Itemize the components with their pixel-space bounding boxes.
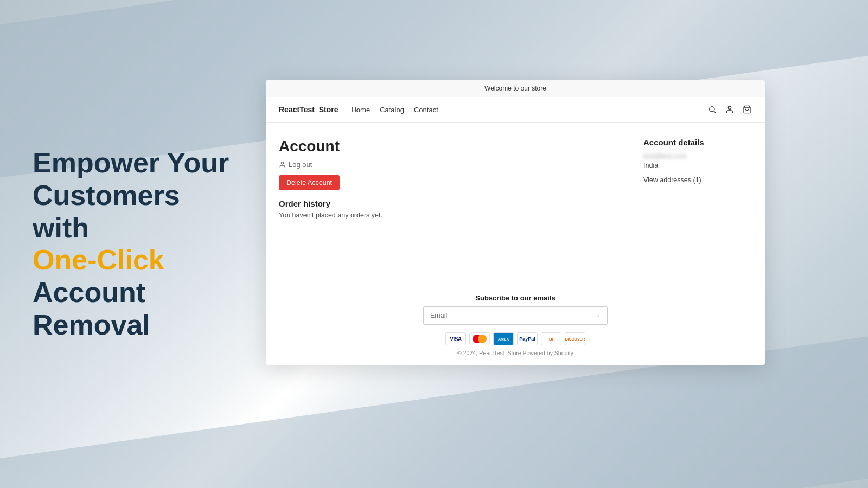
store-window: Welcome to our store ReactTest_Store Hom… (266, 80, 765, 365)
svg-line-1 (714, 111, 716, 113)
paypal-icon: PayPal (517, 332, 538, 345)
account-title: Account (279, 138, 633, 155)
store-logo: ReactTest_Store (279, 105, 338, 114)
headline-line4: Removal (33, 309, 150, 341)
nav-contact[interactable]: Contact (414, 106, 438, 114)
store-footer: Subscribe to our emails → VISA AMEX PayP… (266, 285, 765, 365)
store-nav: ReactTest_Store Home Catalog Contact (266, 97, 765, 123)
svg-point-4 (281, 162, 283, 164)
order-history-title: Order history (279, 199, 633, 208)
search-icon[interactable] (707, 105, 717, 114)
account-icon[interactable] (725, 105, 735, 114)
no-orders-text: You haven't placed any orders yet. (279, 211, 633, 219)
view-addresses-link[interactable]: View addresses (1) (643, 176, 701, 184)
headline-highlight: One-Click (33, 244, 164, 275)
email-input[interactable] (424, 307, 586, 324)
headline-line1: Empower Your (33, 147, 229, 178)
mastercard-icon (469, 332, 490, 345)
svg-point-0 (710, 107, 714, 112)
account-country: India (643, 162, 752, 169)
account-details-title: Account details (643, 138, 752, 147)
store-content: Account Log out Delete Account Order his… (266, 123, 765, 285)
cart-icon[interactable] (742, 105, 752, 114)
headline-line3: Account (33, 277, 145, 308)
account-email: test@test.com (643, 152, 752, 160)
subscribe-title: Subscribe to our emails (279, 294, 752, 302)
nav-icons (707, 105, 752, 114)
payment-icons: VISA AMEX PayPal DI DISCOVER (279, 332, 752, 345)
amex-icon: AMEX (493, 332, 514, 345)
headline-line2: Customers with (33, 179, 180, 243)
nav-home[interactable]: Home (351, 106, 370, 114)
discover-icon: DISCOVER (565, 332, 585, 345)
email-submit-button[interactable]: → (586, 307, 607, 324)
subscribe-section: Subscribe to our emails → (279, 294, 752, 325)
left-panel: Empower Your Customers with One-Click Ac… (33, 147, 239, 342)
logout-link[interactable]: Log out (279, 160, 633, 169)
visa-icon: VISA (445, 332, 466, 345)
announcement-text: Welcome to our store (484, 85, 546, 92)
nav-catalog[interactable]: Catalog (380, 106, 404, 114)
svg-point-2 (728, 106, 731, 109)
content-right: Account details test@test.com India View… (643, 138, 752, 274)
copyright: © 2024, ReactTest_Store Powered by Shopi… (279, 350, 752, 356)
email-form: → (423, 306, 608, 325)
nav-links: Home Catalog Contact (351, 106, 438, 114)
diners-icon: DI (541, 332, 561, 345)
logout-label: Log out (289, 160, 312, 169)
announcement-bar: Welcome to our store (266, 80, 765, 97)
content-left: Account Log out Delete Account Order his… (279, 138, 633, 274)
delete-account-button[interactable]: Delete Account (279, 175, 340, 190)
